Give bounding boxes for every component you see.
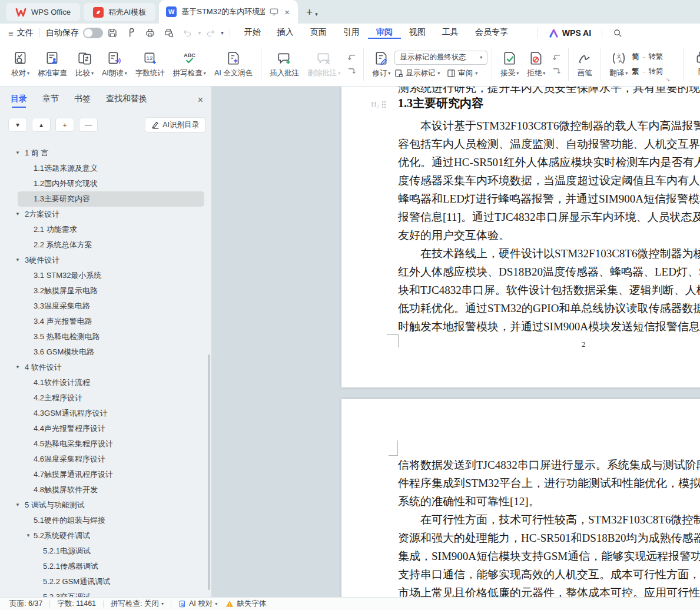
next-comment-icon[interactable]	[347, 67, 356, 75]
text-line[interactable]: 容包括车内人员检测、温度监测、自动报警功能、人机交互界面以及系	[398, 135, 700, 153]
outline-item[interactable]: ▼ 5.1硬件的组装与焊接	[0, 513, 208, 528]
outline-item[interactable]: ▼ 5.2.1传感器调试	[0, 559, 208, 574]
tab-wps-office[interactable]: WPS Office	[6, 3, 80, 21]
group-expand-icon[interactable]: ↘	[666, 77, 671, 82]
show-markup-button[interactable]: 显示标记▾	[394, 68, 440, 78]
menu-item[interactable]: 页面	[302, 27, 335, 39]
text-line[interactable]: 红外人体感应模块、DS18B20温度传感器、蜂鸣器、LED灯、SIM900A短	[398, 263, 700, 281]
sidebar-tab[interactable]: 书签	[74, 94, 91, 108]
spellcheck-status[interactable]: 拼写检查: 关闭▾	[111, 599, 164, 609]
tab-list-chevron-icon[interactable]: ▾	[315, 11, 318, 17]
outline-item[interactable]: ▼ 5.2.3交互调试	[0, 589, 208, 597]
track-changes-button[interactable]: 修订▾	[368, 49, 394, 80]
clipped-text-line[interactable]: 测系统进行研究，提升车内人员安全保障水平，具有重要的现实意义。	[398, 87, 700, 94]
close-sidebar-icon[interactable]: ×	[198, 95, 203, 105]
outline-item[interactable]: ▼ 4.4声光报警程序设计	[0, 421, 208, 436]
outline-item[interactable]: ▼ 5.2.1电源调试	[0, 543, 208, 559]
drag-handle-icon[interactable]	[381, 101, 386, 108]
outline-item[interactable]: ▼ 2.2 系统总体方案	[0, 237, 208, 253]
restrict-edit-button[interactable]: 限	[690, 48, 700, 79]
redo-icon[interactable]	[204, 26, 217, 39]
outline-item[interactable]: ▼ 4.8触摸屏软件开发	[0, 482, 208, 498]
ai-proof-status[interactable]: AI 校对▾	[178, 599, 217, 609]
previous-comment-icon[interactable]	[347, 54, 356, 61]
print-icon[interactable]	[144, 26, 157, 39]
text-line[interactable]: 度传感器采集车内环境数据，当温度超过设定阈值且车内有人时，系统	[398, 171, 700, 190]
autosave-toggle[interactable]	[83, 28, 103, 38]
menu-item[interactable]: 会员专享	[467, 27, 516, 39]
word-count-button[interactable]: 12 字数统计	[131, 49, 169, 80]
outline-item[interactable]: ▼ 5.2.2 GSM通讯调试	[0, 574, 208, 589]
standard-review-button[interactable]: 标准审查	[34, 49, 71, 80]
outline-item[interactable]: ▼ 1.3主要研究内容	[18, 191, 204, 207]
hamburger-icon[interactable]: ≡	[8, 28, 14, 38]
collapse-arrow-icon[interactable]: ▼	[26, 528, 31, 543]
text-line[interactable]: 集成，SIM900A短信模块支持GSM通信，能够实现远程报警功能，TJC48	[398, 547, 700, 565]
wps-ai-button[interactable]: WPS AI	[544, 28, 596, 38]
menu-item[interactable]: 工具	[434, 27, 467, 39]
tab-docer-templates[interactable]: 稻壳AI模板	[84, 3, 155, 21]
previous-change-icon[interactable]	[552, 54, 561, 61]
outline-item[interactable]: ▼ 5 调试与功能测试	[0, 498, 208, 513]
file-menu[interactable]: 文件	[17, 28, 34, 38]
collapse-arrow-icon[interactable]: ▼	[15, 498, 20, 513]
demote-button[interactable]: —	[79, 118, 98, 132]
ink-brush-button[interactable]: 画笔	[573, 49, 596, 80]
menu-item[interactable]: 开始	[236, 27, 269, 39]
text-line[interactable]: 信将数据发送到TJC4832串口屏进行显示。系统集成与测试阶段，将硬件	[398, 456, 700, 474]
proofread-button[interactable]: 校对▾	[7, 49, 34, 80]
outline-item[interactable]: ▼ 1 前 言	[0, 145, 208, 161]
outline-item[interactable]: ▼ 3.5 热释电检测电路	[0, 329, 208, 344]
reject-change-button[interactable]: 拒绝▾	[523, 49, 549, 80]
close-tab-icon[interactable]: ×	[283, 7, 291, 17]
text-line[interactable]: 件程序集成到STM32平台上，进行功能测试和性能优化，模拟车内高温	[398, 474, 700, 492]
simplified-to-traditional-button[interactable]: 简→ 转繁	[632, 52, 663, 62]
ai-recognize-toc-button[interactable]: AI识别目录	[145, 117, 205, 132]
accept-change-button[interactable]: 接受▾	[496, 49, 523, 80]
collapse-arrow-icon[interactable]: ▼	[15, 253, 20, 268]
delete-comment-button[interactable]: 删除批注▾	[303, 49, 344, 80]
section-heading[interactable]: 1.3主要研究内容	[398, 95, 483, 111]
outline-item[interactable]: ▼ 2.1 功能需求	[0, 222, 208, 237]
undo-icon[interactable]	[181, 26, 194, 39]
next-change-icon[interactable]	[552, 67, 561, 75]
menu-item[interactable]: 视图	[401, 27, 434, 39]
document-page-2[interactable]: 信将数据发送到TJC4832串口屏进行显示。系统集成与测试阶段，将硬件件程序集成…	[341, 399, 700, 597]
text-line[interactable]: 优化。通过HC-SR501红外人体感应模块实时检测车内是否有人，利用D	[398, 153, 700, 171]
page-indicator[interactable]: 页面: 6/37	[9, 599, 42, 609]
menu-item[interactable]: 插入	[269, 27, 302, 39]
missing-font-warning[interactable]: 缺失字体	[225, 599, 266, 609]
outline-item[interactable]: ▼ 1.2国内外研究现状	[0, 176, 208, 191]
menu-item[interactable]: 审阅	[368, 27, 401, 39]
outline-item[interactable]: ▼ 4.5热释电采集程序设计	[0, 436, 208, 452]
outline-item[interactable]: ▼ 3.4 声光报警电路	[0, 314, 208, 329]
text-line[interactable]: 时触发本地报警模块，并通过SIM900A模块发送短信报警信息，同时通	[398, 317, 700, 336]
outline-item[interactable]: ▼ 3.3温度采集电路	[0, 299, 208, 314]
outline-item[interactable]: ▼ 1.1选题来源及意义	[0, 161, 208, 176]
print-preview-icon[interactable]	[162, 26, 175, 39]
outline-item[interactable]: ▼ 4.1软件设计流程	[0, 375, 208, 390]
collapse-all-button[interactable]: ▾	[8, 118, 27, 132]
text-line[interactable]: 友好的用户交互体验。	[398, 226, 700, 244]
outline-item[interactable]: ▼ 5.2系统硬件调试	[0, 528, 208, 543]
save-icon[interactable]	[106, 26, 119, 39]
insert-comment-button[interactable]: 插入批注	[266, 49, 303, 80]
markup-state-dropdown[interactable]: 显示标记的最终状态▾	[394, 51, 487, 65]
traditional-to-simplified-button[interactable]: 繁→ 转简	[632, 67, 663, 77]
sidebar-scrollbar[interactable]	[208, 354, 210, 590]
word-count-indicator[interactable]: 字数: 11461	[57, 599, 96, 609]
outline-item[interactable]: ▼ 3.2触摸屏显示电路	[0, 283, 208, 299]
ai-polish-button[interactable]: AI 全文润色	[210, 49, 257, 80]
text-line[interactable]: 低功耗优化。通过STM32的GPIO和单总线协议读取传感器数据，当满足	[398, 299, 700, 317]
text-line[interactable]: 在可行性方面，技术可行性较高，STM32F103C8T6微控制器具有丰	[398, 510, 700, 529]
collapse-arrow-icon[interactable]: ▼	[15, 145, 20, 161]
text-line[interactable]: 在技术路线上，硬件设计以STM32F103C8T6微控制器为核心，集成	[398, 244, 700, 263]
new-tab-button[interactable]: +	[306, 6, 313, 19]
text-line[interactable]: 资源和强大的处理能力，HC-SR501和DS18B20均为成熟传感器，技术稳	[398, 529, 700, 547]
text-line[interactable]: 块和TJC4832串口屏。软件设计包括数据采集、逻辑判断、人机交互、短	[398, 281, 700, 299]
outline-item[interactable]: ▼ 2方案设计	[0, 207, 208, 222]
export-pdf-icon[interactable]	[125, 26, 138, 39]
spell-check-button[interactable]: ABC 拼写检查▾	[169, 49, 210, 80]
sidebar-tab[interactable]: 目录	[11, 94, 27, 108]
undo-chevron-icon[interactable]: ▾	[198, 30, 201, 36]
